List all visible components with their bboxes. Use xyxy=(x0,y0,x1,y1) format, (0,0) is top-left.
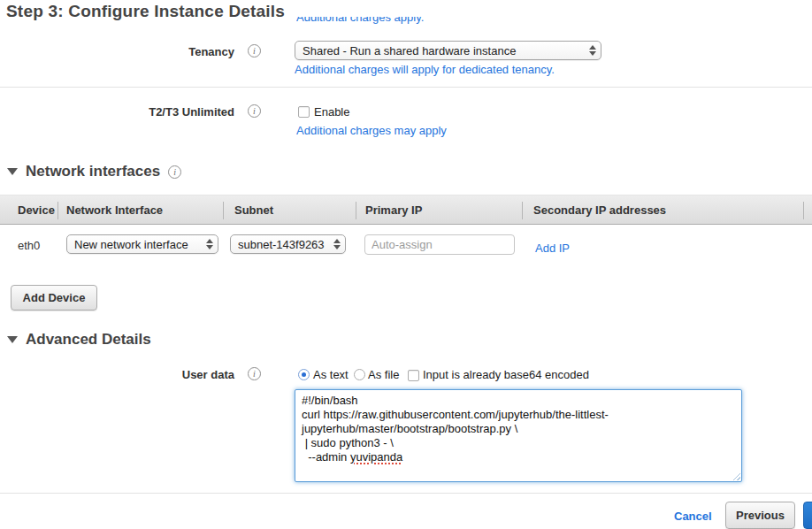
tenancy-label: Tenancy xyxy=(88,45,234,58)
t2t3-charges-link[interactable]: Additional charges may apply xyxy=(296,124,447,137)
col-header-primary-ip: Primary IP xyxy=(365,203,422,217)
col-header-subnet: Subnet xyxy=(234,203,273,217)
advanced-details-section-header[interactable]: Advanced Details xyxy=(7,331,151,349)
column-separator xyxy=(522,202,523,219)
footer-divider xyxy=(0,493,812,494)
add-device-button[interactable]: Add Device xyxy=(11,285,97,310)
user-data-textbox[interactable]: #!/bin/bash curl https://raw.githubuserc… xyxy=(295,389,742,482)
section-divider xyxy=(0,87,812,88)
user-data-label: User data xyxy=(88,368,234,381)
next-step-button-partial[interactable] xyxy=(803,502,812,529)
device-name: eth0 xyxy=(18,239,40,252)
column-separator xyxy=(803,202,804,219)
previous-button[interactable]: Previous xyxy=(725,502,795,529)
column-separator xyxy=(356,202,356,219)
col-header-device: Device xyxy=(18,203,55,217)
as-text-radio[interactable] xyxy=(298,369,310,380)
base64-checkbox-label: Input is already base64 encoded xyxy=(423,368,589,381)
network-interface-select-value: New network interface xyxy=(74,238,203,251)
select-arrows-icon xyxy=(206,239,213,249)
tenancy-charges-link[interactable]: Additional charges will apply for dedica… xyxy=(295,63,555,76)
column-separator xyxy=(223,202,224,219)
additional-charges-apply-link[interactable]: Additional charges apply. xyxy=(296,17,424,24)
base64-checkbox[interactable] xyxy=(408,370,419,381)
t2t3-unlimited-label: T2/T3 Unlimited xyxy=(88,105,234,119)
tenancy-select[interactable]: Shared - Run a shared hardware instance xyxy=(295,41,601,60)
page-title: Step 3: Configure Instance Details xyxy=(6,2,285,21)
network-interfaces-info-icon[interactable]: i xyxy=(168,165,181,179)
cancel-link[interactable]: Cancel xyxy=(674,510,712,523)
as-text-radio-label: As text xyxy=(313,368,349,381)
enable-checkbox-label: Enable xyxy=(314,105,349,119)
subnet-select-value: subnet-143f9263 xyxy=(238,238,330,251)
t2t3-info-icon[interactable]: i xyxy=(248,104,261,118)
add-ip-link[interactable]: Add IP xyxy=(535,242,570,255)
tenancy-select-value: Shared - Run a shared hardware instance xyxy=(303,44,586,58)
tenancy-info-icon[interactable]: i xyxy=(248,44,261,58)
as-file-radio-label: As file xyxy=(368,368,399,381)
clipped-additional-charges-link: Additional charges apply. xyxy=(296,17,424,27)
col-header-network-interface: Network Interface xyxy=(66,203,163,217)
select-arrows-icon xyxy=(589,45,596,56)
as-file-radio[interactable] xyxy=(354,369,365,380)
select-arrows-icon xyxy=(333,239,341,249)
advanced-details-title: Advanced Details xyxy=(26,331,151,349)
configure-instance-page: Additional charges apply. Step 3: Config… xyxy=(0,0,812,529)
primary-ip-input[interactable] xyxy=(364,234,515,255)
network-interfaces-title: Network interfaces xyxy=(26,163,160,180)
collapse-triangle-icon xyxy=(7,336,18,343)
collapse-triangle-icon xyxy=(7,168,18,175)
network-interfaces-section-header[interactable]: Network interfaces i xyxy=(7,163,181,180)
column-separator xyxy=(57,202,58,219)
network-interface-select[interactable]: New network interface xyxy=(66,234,218,254)
col-header-secondary-ip: Secondary IP addresses xyxy=(533,203,666,217)
user-data-info-icon[interactable]: i xyxy=(248,367,261,380)
network-interfaces-table-header: Device Network Interface Subnet Primary … xyxy=(0,195,812,225)
enable-checkbox[interactable] xyxy=(298,106,310,118)
subnet-select[interactable]: subnet-143f9263 xyxy=(230,234,346,254)
